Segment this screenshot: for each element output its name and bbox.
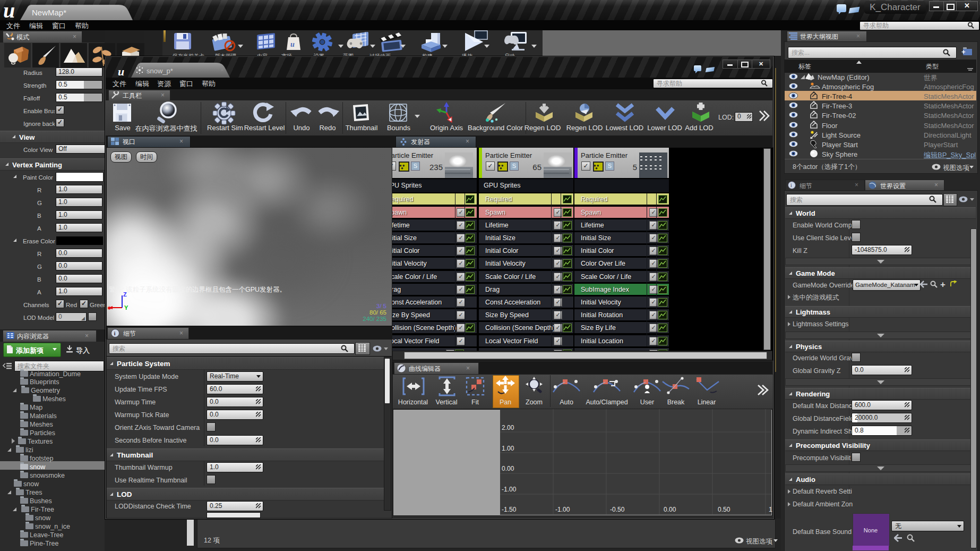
svg-text:NewMap*: NewMap*: [32, 8, 66, 17]
svg-text:i: i: [790, 182, 792, 188]
svg-text:✱: ✱: [107, 306, 111, 310]
svg-text:u: u: [118, 66, 124, 78]
svg-text:Y: Y: [124, 304, 128, 310]
svg-text:u: u: [3, 1, 15, 19]
svg-text:u: u: [290, 40, 295, 48]
svg-text:i: i: [114, 330, 116, 336]
svg-text:Z: Z: [123, 291, 127, 298]
